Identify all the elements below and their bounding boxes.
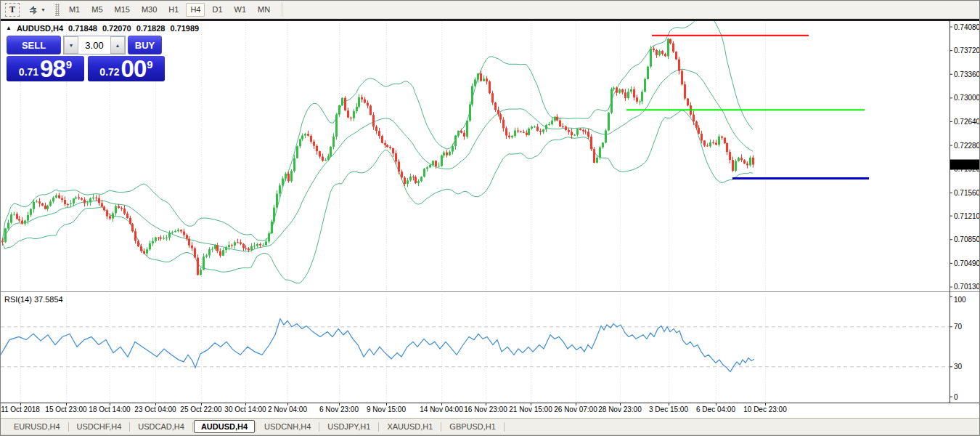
- timeframe-d1[interactable]: D1: [208, 3, 226, 17]
- candle-body: [228, 245, 230, 247]
- candle-body: [316, 146, 318, 151]
- timeframe-h1[interactable]: H1: [164, 3, 183, 17]
- sell-button[interactable]: SELL: [7, 36, 61, 54]
- tab-separator: [378, 422, 379, 432]
- candle-body: [335, 115, 338, 137]
- timeframe-group: M1M5M15M30H1H4D1W1MN: [65, 3, 274, 17]
- time-tick-label: 28 Nov 23:00: [598, 405, 642, 413]
- candle-body: [361, 97, 363, 100]
- candle-body: [457, 131, 460, 136]
- candle-body: [67, 204, 69, 205]
- candle-body: [491, 93, 494, 102]
- candle-body: [358, 97, 360, 107]
- candle-body: [381, 136, 383, 143]
- candle-body: [556, 117, 558, 121]
- timeframe-m1[interactable]: M1: [65, 3, 84, 17]
- mt4-window: T ▼ M1M5M15M30H1H4D1W1MN 0.740800.737200…: [0, 0, 980, 436]
- candle-body: [214, 245, 216, 249]
- candle-body: [293, 158, 295, 171]
- candle-body: [407, 180, 409, 184]
- candle-body: [101, 203, 103, 207]
- time-tick-label: 10 Dec 23:00: [743, 405, 787, 413]
- tab-usdcad-h4[interactable]: USDCAD,H4: [131, 420, 192, 433]
- price-tick-label: 0.73360: [954, 70, 980, 78]
- candle-body: [186, 235, 188, 238]
- timeframe-m15[interactable]: M15: [110, 3, 134, 17]
- sell-price-display[interactable]: 0.71 98 9: [7, 56, 84, 81]
- candle-body: [474, 79, 476, 86]
- candle-body: [658, 51, 661, 55]
- candle-body: [463, 133, 465, 137]
- collapse-panel-icon[interactable]: ▲: [6, 25, 12, 31]
- candle-body: [684, 84, 686, 98]
- timeframe-m30[interactable]: M30: [137, 3, 161, 17]
- buy-price-display[interactable]: 0.72 00 9: [88, 56, 165, 81]
- time-tick-label: 25 Oct 22:00: [180, 405, 222, 413]
- buy-price-sup: 9: [147, 58, 152, 70]
- candle-body: [531, 126, 533, 128]
- candle-body: [695, 121, 698, 127]
- candle-body: [30, 209, 32, 215]
- timeframe-h4[interactable]: H4: [186, 3, 205, 17]
- candle-body: [222, 250, 224, 256]
- candle-body: [499, 114, 502, 119]
- candle-body: [253, 246, 256, 246]
- candle-body: [669, 39, 671, 44]
- candle-body: [240, 243, 242, 244]
- candle-body: [194, 249, 196, 258]
- bollinger-lower-band: [2, 110, 753, 283]
- volume-input[interactable]: [78, 36, 110, 54]
- time-tick-label: 18 Oct 14:00: [89, 405, 131, 413]
- candle-body: [505, 128, 507, 135]
- ohlc-low: 0.71828: [136, 24, 166, 33]
- candle-body: [341, 98, 343, 105]
- candle-body: [627, 92, 629, 98]
- candle-body: [480, 73, 482, 81]
- candle-body: [548, 124, 550, 125]
- candle-body: [344, 98, 346, 110]
- candle-body: [571, 132, 573, 136]
- candle-body: [92, 198, 94, 198]
- tab-audusd-h4[interactable]: AUDUSD,H4: [194, 420, 255, 433]
- buy-button[interactable]: BUY: [128, 36, 162, 54]
- timeframe-m5[interactable]: M5: [87, 3, 107, 17]
- candle-body: [715, 143, 717, 145]
- volume-increase-button[interactable]: ▲: [110, 36, 125, 54]
- candle-body: [174, 231, 176, 232]
- timeframe-mn[interactable]: MN: [253, 3, 274, 17]
- candle-body: [706, 145, 709, 146]
- candle-body: [672, 44, 674, 52]
- rsi-tick-label: 30: [954, 363, 963, 371]
- tab-gbpusd-h1[interactable]: GBPUSD,H1: [442, 420, 503, 433]
- candle-body: [237, 242, 239, 243]
- candle-body: [52, 198, 54, 201]
- candle-body: [332, 137, 335, 147]
- candle-body: [517, 130, 519, 131]
- candle-body: [338, 105, 340, 115]
- tab-xauusd-h1[interactable]: XAUUSD,H1: [380, 420, 440, 433]
- buy-price-big: 00: [121, 58, 147, 80]
- time-tick-label: 23 Oct 04:00: [134, 405, 176, 413]
- price-tick-label: 0.71210: [954, 212, 980, 220]
- tab-usdcnh-h4[interactable]: USDCNH,H4: [257, 420, 318, 433]
- text-label-tool-button[interactable]: T: [5, 3, 20, 17]
- candle-body: [749, 158, 751, 166]
- candle-body: [168, 233, 171, 238]
- tab-eurusd-h4[interactable]: EURUSD,H4: [7, 420, 68, 433]
- volume-decrease-button[interactable]: ▼: [64, 36, 78, 54]
- candle-body: [242, 244, 245, 249]
- candle-body: [372, 115, 375, 126]
- tab-usdchf-h4[interactable]: USDCHF,H4: [70, 420, 129, 433]
- timeframe-w1[interactable]: W1: [230, 3, 251, 17]
- candle-body: [415, 177, 417, 183]
- candle-body: [740, 158, 743, 160]
- candle-body: [438, 166, 440, 166]
- candle-body: [259, 244, 261, 246]
- tab-usdjpy-h1[interactable]: USDJPY,H1: [320, 420, 377, 433]
- candle-body: [250, 246, 253, 250]
- candle-body: [49, 201, 52, 206]
- candle-body: [647, 67, 649, 79]
- toolbar-grip[interactable]: [55, 4, 60, 16]
- arrows-tool-button[interactable]: ▼: [24, 2, 49, 17]
- candle-body: [709, 142, 711, 146]
